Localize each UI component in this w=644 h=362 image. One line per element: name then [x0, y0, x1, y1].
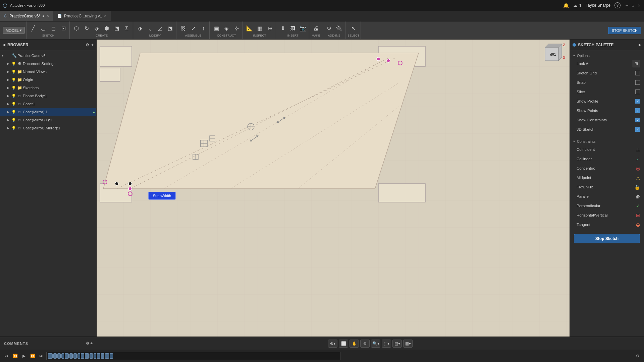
assemble-joint-btn[interactable]: ⛓	[178, 24, 188, 33]
modify-shell-btn[interactable]: ⬔	[165, 24, 175, 33]
modify-chamfer-btn[interactable]: ◿	[155, 24, 165, 33]
grid-toggle-btn[interactable]: ⬜	[339, 340, 348, 348]
sketch-rect-btn[interactable]: ◻	[49, 24, 58, 33]
comments-add-icon[interactable]: +	[91, 341, 93, 346]
control-point-2[interactable]	[387, 59, 390, 62]
create-sum-btn[interactable]: Σ	[122, 24, 131, 33]
sketch-grid-checkbox[interactable]	[635, 71, 640, 75]
sketch-palette-expand-icon[interactable]: ▶	[639, 43, 641, 47]
timeline-step-back-btn[interactable]: ⏪	[11, 352, 19, 360]
display-mode-btn[interactable]: ⬚▾	[382, 340, 391, 348]
construct-plane-btn[interactable]: ▣	[212, 24, 221, 33]
make-3dprint-btn[interactable]: 🖨	[311, 24, 321, 33]
help-icon[interactable]: ?	[614, 2, 621, 8]
show-profile-checkbox[interactable]	[635, 99, 640, 104]
inspect-section-btn[interactable]: ▦	[255, 24, 264, 33]
tree-item-case-mirror-mirror1[interactable]: ▶ 💡 □ Case(Mirror)(Mirror):1	[0, 124, 96, 132]
create-sweep-btn[interactable]: ⬗	[92, 24, 101, 33]
palette-row-parallel[interactable]: Parallel ⟰	[570, 192, 644, 201]
snap-settings-btn[interactable]: ⊕▾	[328, 340, 337, 348]
palette-row-collinear[interactable]: Collinear ⟋	[570, 154, 644, 164]
scene-settings-btn[interactable]: ▦▾	[403, 340, 413, 348]
inspect-measure-btn[interactable]: 📐	[245, 24, 254, 33]
tree-item-case-mirror11[interactable]: ▶ 💡 □ Case(Mirror (1):1	[0, 116, 96, 124]
addins-scripts-btn[interactable]: ⚙	[324, 24, 334, 33]
control-point-5[interactable]	[115, 182, 118, 185]
inspect-interference-btn[interactable]: ⊕	[265, 24, 274, 33]
show-constraints-checkbox[interactable]	[635, 118, 640, 122]
browser-collapse-icon[interactable]: ◀	[3, 43, 5, 47]
look-at-button[interactable]: ⊞	[633, 60, 640, 67]
stop-sketch-palette-button[interactable]: Stop Sketch	[574, 234, 640, 243]
grid-display-btn[interactable]: ▤▾	[392, 340, 402, 348]
assemble-drive-btn[interactable]: ↕	[199, 24, 208, 33]
maximize-button[interactable]: □	[631, 3, 635, 8]
palette-row-tangent[interactable]: Tangent ◒	[570, 220, 644, 229]
addins-addins-btn[interactable]: 🔌	[334, 24, 344, 33]
tree-item-root[interactable]: ▼ 🔧 PracticeCase v6	[0, 52, 96, 60]
palette-row-coincident[interactable]: Coincident ⊥	[570, 145, 644, 154]
zoom-btn[interactable]: 🔍▾	[371, 340, 380, 348]
control-point-1[interactable]	[377, 57, 380, 61]
minimize-button[interactable]: ─	[625, 3, 629, 8]
palette-row-concentric[interactable]: Concentric ◎	[570, 164, 644, 173]
timeline-track[interactable]	[46, 352, 340, 360]
timeline-settings-btn[interactable]: ⚙	[634, 352, 641, 360]
tab-close-button[interactable]: ✕	[46, 14, 49, 18]
modify-press-btn[interactable]: ⬗	[135, 24, 145, 33]
close-button[interactable]: ✕	[637, 3, 641, 8]
viewport[interactable]: StrapWidth d01 Z X	[97, 40, 570, 337]
show-points-checkbox[interactable]	[635, 108, 640, 113]
palette-row-horizontal-vertical[interactable]: Horizontal/Vertical ⊞	[570, 210, 644, 220]
select-btn[interactable]: ↖	[349, 24, 358, 33]
timeline-step-fwd-btn[interactable]: ⏩	[29, 352, 36, 360]
palette-row-fix-unfix[interactable]: Fix/UnFix 🔒	[570, 182, 644, 192]
tree-item-named-views[interactable]: ▶ 💡 📁 Named Views	[0, 68, 96, 76]
pan-btn[interactable]: ✋	[350, 340, 359, 348]
create-extrude-btn[interactable]: ⬡	[72, 24, 81, 33]
slice-checkbox[interactable]	[635, 89, 640, 94]
tree-item-case1[interactable]: ▶ 💡 □ Case:1	[0, 100, 96, 108]
tab-practicecasev6[interactable]: ⬡ PracticeCase v6* ● ✕	[0, 11, 53, 21]
construct-point-btn[interactable]: ⊹	[232, 24, 241, 33]
insert-canvas-btn[interactable]: ⬇	[278, 24, 287, 33]
palette-constraints-header[interactable]: ▼ Constraints	[570, 138, 644, 145]
notification-icon[interactable]: 🔔	[563, 3, 569, 8]
tree-item-case-mirror1[interactable]: ▶ 💡 □ Case(Mirror):1 ●	[0, 108, 96, 116]
control-point-7[interactable]	[128, 187, 132, 190]
create-loft-btn[interactable]: ⬢	[102, 24, 111, 33]
palette-row-perpendicular[interactable]: Perpendicular ✓	[570, 201, 644, 210]
stop-sketch-toolbar-button[interactable]: STOP SKETCH	[608, 27, 641, 34]
timeline-rewind-btn[interactable]: ⏮	[3, 352, 10, 360]
assemble-rigid-btn[interactable]: ⤢	[189, 24, 198, 33]
browser-settings-icon[interactable]: ⚙	[86, 43, 89, 47]
insert-decal-btn[interactable]: 🖼	[288, 24, 298, 33]
modify-fillet-btn[interactable]: ◟	[145, 24, 155, 33]
timeline-play-btn[interactable]: ▶	[20, 352, 28, 360]
tree-item-sketches[interactable]: ▶ 💡 📁 Sketches	[0, 84, 96, 92]
mode-button[interactable]: MODEL ▾	[3, 27, 25, 34]
browser-add-icon[interactable]: +	[91, 43, 94, 47]
insert-svg-btn[interactable]: 📷	[298, 24, 308, 33]
snap-checkbox[interactable]	[635, 80, 640, 85]
palette-row-midpoint[interactable]: Midpoint △	[570, 173, 644, 182]
palette-options-header[interactable]: ▼ Options	[570, 52, 644, 59]
cloud-icon[interactable]: ☁ 1	[573, 3, 582, 8]
sketch-line-btn[interactable]: ╱	[29, 24, 38, 33]
create-revolve-btn[interactable]: ↻	[82, 24, 91, 33]
tab-practicecedrawing[interactable]: 📄 PracticeC...rawing v1 ✕	[53, 11, 111, 21]
tree-item-phone-body[interactable]: ▶ 💡 □ Phone Body:1	[0, 92, 96, 100]
orbit-btn[interactable]: ⊗	[360, 340, 370, 348]
tree-item-doc-settings[interactable]: ▶ 💡 ⚙ Document Settings	[0, 60, 96, 68]
sketch-offset-btn[interactable]: ⊡	[59, 24, 68, 33]
timeline-fast-fwd-btn[interactable]: ⏭	[38, 352, 45, 360]
tab-drawing-close-button[interactable]: ✕	[104, 14, 107, 18]
create-rib-btn[interactable]: ⬔	[112, 24, 121, 33]
3d-sketch-checkbox[interactable]	[635, 127, 640, 132]
construct-axis-btn[interactable]: ◈	[222, 24, 231, 33]
comments-settings-icon[interactable]: ⚙	[86, 341, 89, 346]
control-point-6[interactable]	[128, 182, 132, 185]
tree-item-origin[interactable]: ▶ 💡 📁 Origin	[0, 76, 96, 84]
sketch-arc-btn[interactable]: ◡	[39, 24, 48, 33]
user-name[interactable]: Taylor Sharpe	[586, 3, 610, 8]
